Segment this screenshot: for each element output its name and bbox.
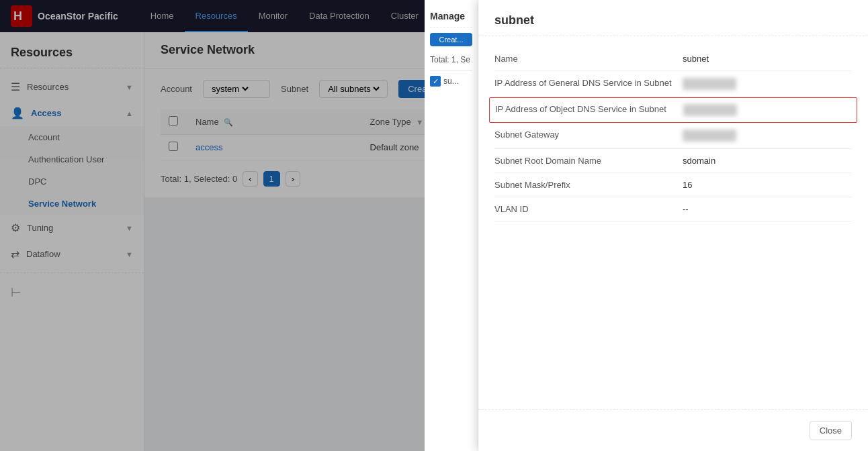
blurred-ip-1: 192.168.1.1 <box>683 78 736 90</box>
field-subnet-gateway: Subnet Gateway 192.168.1.3 <box>494 123 852 149</box>
field-vlan-id: VLAN ID -- <box>494 197 852 221</box>
overlay: Manage Creat... Total: 1, Se su... subne… <box>0 0 868 451</box>
manage-panel: Manage Creat... Total: 1, Se su... <box>425 0 478 451</box>
manage-panel-header: Manage <box>430 11 472 28</box>
manage-row: su... <box>430 76 472 87</box>
field-general-dns: IP Address of General DNS Service in Sub… <box>494 71 852 97</box>
field-root-domain-value: sdomain <box>683 156 852 166</box>
field-vlan-id-value: -- <box>683 204 852 214</box>
field-object-dns-value: 192.168.1.2 <box>683 104 851 116</box>
field-root-domain-label: Subnet Root Domain Name <box>494 156 683 166</box>
panel-title: subnet <box>494 13 534 27</box>
field-name-value: subnet <box>683 54 852 64</box>
blurred-ip-2: 192.168.1.2 <box>683 104 737 116</box>
field-general-dns-value: 192.168.1.1 <box>683 78 852 90</box>
panel-footer: Close <box>478 409 868 451</box>
field-name: Name subnet <box>494 47 852 71</box>
field-name-label: Name <box>494 54 683 64</box>
field-gateway-value: 192.168.1.3 <box>683 130 852 142</box>
panel-body: Name subnet IP Address of General DNS Se… <box>478 36 868 409</box>
field-mask-prefix: Subnet Mask/Prefix 16 <box>494 173 852 197</box>
field-root-domain: Subnet Root Domain Name sdomain <box>494 149 852 173</box>
manage-create-btn[interactable]: Creat... <box>430 33 472 46</box>
close-button[interactable]: Close <box>810 421 852 440</box>
field-mask-prefix-label: Subnet Mask/Prefix <box>494 180 683 190</box>
manage-checkbox[interactable] <box>430 76 441 87</box>
field-vlan-id-label: VLAN ID <box>494 204 683 214</box>
field-object-dns: IP Address of Object DNS Service in Subn… <box>489 97 857 123</box>
field-general-dns-label: IP Address of General DNS Service in Sub… <box>494 78 683 88</box>
field-mask-prefix-value: 16 <box>683 180 852 190</box>
manage-total: Total: 1, Se <box>430 54 472 70</box>
field-gateway-label: Subnet Gateway <box>494 130 683 140</box>
blurred-ip-3: 192.168.1.3 <box>683 130 736 142</box>
field-object-dns-label: IP Address of Object DNS Service in Subn… <box>495 104 683 114</box>
manage-row-label: su... <box>443 77 459 86</box>
detail-panel: subnet Name subnet IP Address of General… <box>478 0 868 451</box>
panel-header: subnet <box>478 0 868 36</box>
